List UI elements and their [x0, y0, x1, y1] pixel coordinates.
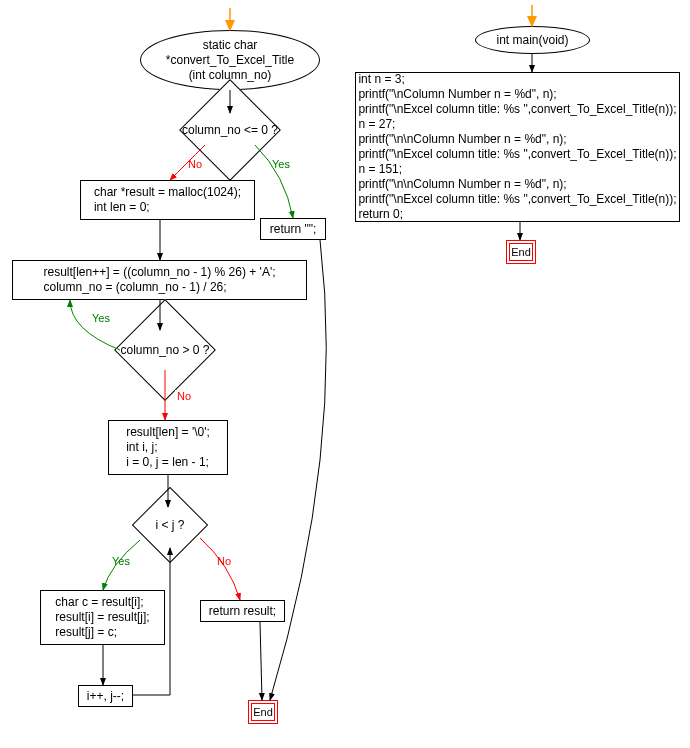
end-node-1-text: End — [253, 706, 273, 718]
block-alloc: char *result = malloc(1024); int len = 0… — [80, 180, 255, 220]
decision-column-le-0: column_no <= 0 ? — [160, 110, 300, 150]
edge-yes-1: Yes — [270, 158, 292, 170]
edge-yes-2: Yes — [90, 312, 112, 324]
flowchart-canvas: static char *convert_To_Excel_Title (int… — [0, 0, 690, 748]
block-main-body: int n = 3; printf("\nColumn Number n = %… — [355, 72, 680, 222]
block-return-empty-text: return ""; — [270, 222, 317, 237]
block-loop-body-text: result[len++] = ((column_no - 1) % 26) +… — [43, 265, 275, 295]
block-incr-text: i++, j--; — [87, 689, 124, 704]
block-alloc-text: char *result = malloc(1024); int len = 0… — [94, 185, 241, 215]
block-loop-body: result[len++] = ((column_no - 1) % 26) +… — [12, 260, 307, 300]
func-signature-main: int main(void) — [475, 26, 590, 54]
block-return-result-text: return result; — [209, 604, 276, 619]
block-post-loop-text: result[len] = '\0'; int i, j; i = 0, j =… — [126, 425, 210, 470]
block-return-result: return result; — [200, 600, 285, 622]
decision-column-gt-0: column_no > 0 ? — [95, 330, 235, 370]
decision-i-lt-j: i < j ? — [120, 505, 220, 545]
block-swap-text: char c = result[i]; result[i] = result[j… — [55, 595, 149, 640]
edge-no-3: No — [215, 555, 233, 567]
svg-line-8 — [260, 622, 262, 700]
block-main-body-text: int n = 3; printf("\nColumn Number n = %… — [358, 72, 676, 222]
func-signature-convert-text: static char *convert_To_Excel_Title (int… — [166, 38, 294, 83]
end-node-2-text: End — [511, 246, 531, 258]
end-node-1: End — [248, 700, 278, 724]
edge-no-2: No — [175, 390, 193, 402]
edge-yes-3: Yes — [110, 555, 132, 567]
func-signature-main-text: int main(void) — [496, 33, 568, 48]
edge-no-1: No — [186, 158, 204, 170]
block-post-loop: result[len] = '\0'; int i, j; i = 0, j =… — [108, 420, 228, 475]
block-swap: char c = result[i]; result[i] = result[j… — [40, 590, 165, 645]
block-return-empty: return ""; — [260, 218, 326, 240]
block-incr: i++, j--; — [78, 685, 133, 707]
end-node-2: End — [506, 240, 536, 264]
